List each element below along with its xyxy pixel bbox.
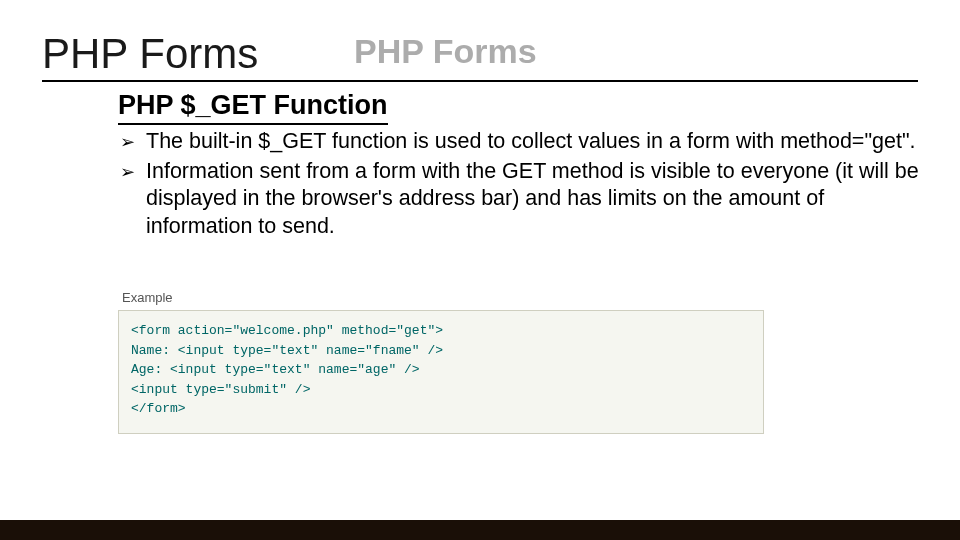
subtitle: PHP $_GET Function [118, 90, 388, 125]
bullet-text: The built-in $_GET function is used to c… [146, 128, 920, 156]
code-line: </form> [131, 401, 186, 416]
code-content: <form action="welcome.php" method="get">… [131, 321, 751, 419]
code-line: <form action="welcome.php" method="get"> [131, 323, 443, 338]
footer-bar [0, 520, 960, 540]
shadow-title: PHP Forms [354, 32, 537, 71]
code-line: <input type="submit" /> [131, 382, 310, 397]
bullet-list: ➢ The built-in $_GET function is used to… [120, 128, 920, 242]
code-line: Name: <input type="text" name="fname" /> [131, 343, 443, 358]
bullet-text: Information sent from a form with the GE… [146, 158, 920, 241]
chevron-right-icon: ➢ [120, 128, 146, 154]
example-label: Example [122, 290, 173, 305]
chevron-right-icon: ➢ [120, 158, 146, 184]
code-line: Age: <input type="text" name="age" /> [131, 362, 420, 377]
code-example: <form action="welcome.php" method="get">… [118, 310, 764, 434]
slide: PHP Forms PHP Forms PHP $_GET Function ➢… [0, 0, 960, 540]
list-item: ➢ The built-in $_GET function is used to… [120, 128, 920, 156]
list-item: ➢ Information sent from a form with the … [120, 158, 920, 241]
title-underline [42, 80, 918, 82]
